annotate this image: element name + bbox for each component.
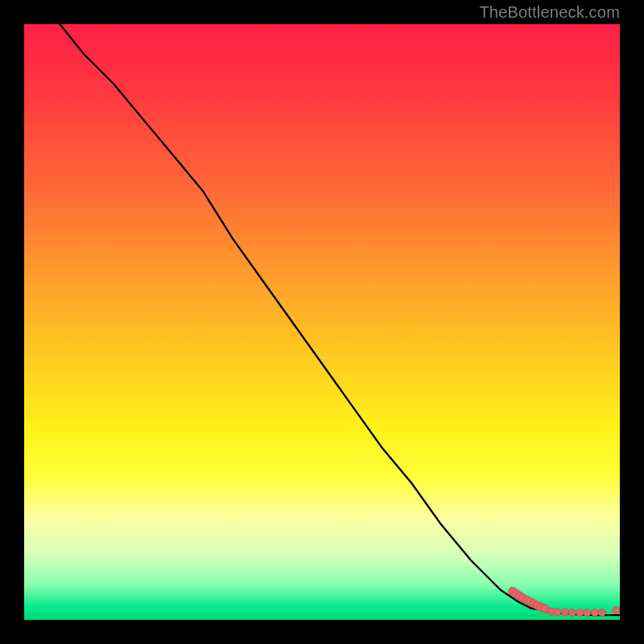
scatter-dot xyxy=(584,609,591,617)
bottleneck-curve xyxy=(60,24,620,615)
scatter-dot xyxy=(554,609,561,616)
scatter-dot xyxy=(598,609,605,617)
scatter-dot xyxy=(561,609,568,616)
scatter-dot xyxy=(613,607,620,614)
watermark-label: TheBottleneck.com xyxy=(479,3,620,22)
scatter-dot xyxy=(568,609,576,617)
scatter-dots xyxy=(509,587,620,616)
plot-area xyxy=(24,24,620,620)
chart-frame: TheBottleneck.com xyxy=(0,0,644,644)
scatter-dot xyxy=(591,609,598,617)
chart-overlay-svg xyxy=(24,24,620,620)
scatter-dot xyxy=(576,609,584,617)
